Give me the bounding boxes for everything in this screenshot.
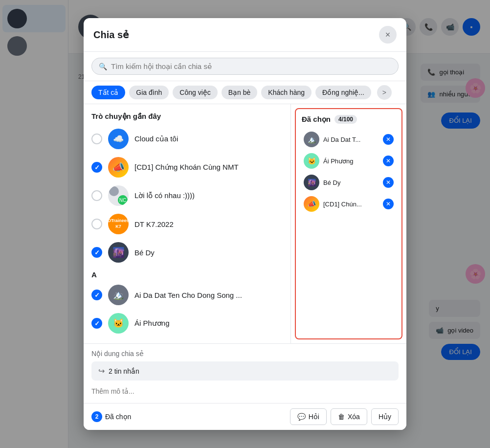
filter-congviec[interactable]: Công việc: [173, 86, 217, 99]
list-item-cloud[interactable]: ☁️ Cloud của tôi: [84, 125, 290, 153]
hoi-icon: 💬: [297, 413, 306, 421]
item-name-dt: DT K7.2022: [134, 220, 174, 228]
modal-overlay[interactable]: Chia sẻ × 🔍 Tất cả Gia đình Công việc Bạ…: [0, 0, 490, 448]
filter-dongnghie[interactable]: Đồng nghiệ...: [315, 86, 371, 99]
hoi-label: Hỏi: [309, 413, 319, 421]
selected-avatar-aidadat: 🏔️: [304, 132, 319, 147]
avatar-bedy: 🌆: [108, 242, 129, 263]
selected-header: Đã chọn 4/100: [302, 115, 396, 124]
avatar-aiphuong: 🐱: [108, 313, 129, 334]
close-button[interactable]: ×: [379, 26, 397, 44]
selected-avatar-aiphuong: 🐱: [304, 153, 319, 169]
radio-bedy: [91, 247, 102, 258]
filter-tatca[interactable]: Tất cả: [91, 86, 125, 99]
item-name-aiphuong: Ái Phương: [134, 319, 170, 328]
list-item-chungkhoan[interactable]: 📣 [CD1] Chứng Khoán Cùng NMT: [84, 153, 290, 181]
share-icon: ↪: [98, 366, 105, 376]
avatar-chungkhoan: 📣: [108, 157, 129, 178]
remove-aidadat-button[interactable]: ✕: [383, 134, 394, 145]
avatar-sub-2: NC: [118, 195, 128, 205]
radio-cloud: [91, 134, 102, 144]
content-label: Nội dung chia sẻ: [91, 350, 399, 358]
selected-title: Đã chọn: [302, 115, 331, 124]
selected-item-aidadat: 🏔️ Ai Da Dat T... ✕: [302, 129, 396, 150]
modal-body: Trò chuyện gần đây ☁️ Cloud của tôi 📣 [C…: [84, 104, 406, 343]
message-count: 2 tin nhắn: [109, 367, 139, 375]
avatar-loico: NC: [108, 185, 129, 206]
remove-chungkhoan-button[interactable]: ✕: [383, 199, 394, 209]
bottom-left: 2 Đã chọn: [91, 411, 131, 422]
description-input[interactable]: [91, 385, 399, 397]
section-a-label: A: [84, 267, 290, 281]
bottom-selected-count: 2: [91, 411, 102, 422]
da-chon-label: Đã chọn: [105, 413, 131, 421]
item-name-bedy: Bé Dy: [134, 248, 155, 257]
list-item-aidadat[interactable]: 🏔️ Ai Da Dat Ten Cho Dong Song ...: [84, 281, 290, 309]
share-modal: Chia sẻ × 🔍 Tất cả Gia đình Công việc Bạ…: [84, 18, 406, 430]
remove-bedy-button[interactable]: ✕: [383, 177, 394, 188]
bottom-right: 💬 Hỏi 🗑 Xóa Hủy: [290, 408, 399, 425]
filter-khachhang[interactable]: Khách hàng: [261, 86, 312, 99]
remove-aiphuong-button[interactable]: ✕: [383, 156, 394, 166]
radio-dt: [91, 219, 102, 229]
item-name-chungkhoan: [CD1] Chứng Khoán Cùng NMT: [134, 163, 239, 172]
selected-count-badge: 4/100: [334, 115, 357, 124]
selected-panel: Đã chọn 4/100 🏔️ Ai Da Dat T... ✕ 🐱 Ái P…: [295, 108, 402, 339]
filter-more-button[interactable]: >: [377, 85, 392, 100]
modal-footer: Nội dung chia sẻ ↪ 2 tin nhắn: [84, 343, 406, 403]
list-item-loico[interactable]: NC Lời lỗ có nhau :)))): [84, 181, 290, 210]
hoi-button[interactable]: 💬 Hỏi: [290, 408, 327, 425]
item-name-aidadat: Ai Da Dat Ten Cho Dong Song ...: [134, 291, 242, 299]
section-recent-label: Trò chuyện gần đây: [84, 110, 290, 125]
filter-banbe[interactable]: Bạn bè: [222, 86, 258, 99]
avatar-dt: DTraineesK7: [108, 214, 129, 234]
search-wrapper: 🔍: [91, 58, 399, 75]
modal-title: Chia sẻ: [93, 29, 129, 41]
modal-search: 🔍: [84, 52, 406, 81]
xoa-label: Xóa: [348, 413, 360, 421]
modal-bottom-bar: 2 Đã chọn 💬 Hỏi 🗑 Xóa Hủy: [84, 403, 406, 430]
selected-name-aidadat: Ai Da Dat T...: [323, 136, 379, 143]
search-icon: 🔍: [99, 63, 107, 70]
avatar-aidadat: 🏔️: [108, 285, 129, 305]
selected-avatar-bedy: 🌆: [304, 175, 319, 190]
filter-tabs: Tất cả Gia đình Công việc Bạn bè Khách h…: [84, 81, 406, 104]
selected-name-chungkhoan: [CD1] Chún...: [323, 201, 379, 208]
selected-name-bedy: Bé Dy: [323, 179, 379, 186]
selected-name-aiphuong: Ái Phương: [323, 157, 379, 165]
search-input[interactable]: [111, 62, 391, 70]
radio-aidadat: [91, 290, 102, 300]
radio-aiphuong: [91, 318, 102, 329]
avatar-sub-1: [109, 186, 119, 196]
selected-item-aiphuong: 🐱 Ái Phương ✕: [302, 150, 396, 172]
filter-giadinh[interactable]: Gia đình: [129, 86, 169, 99]
selected-item-bedy: 🌆 Bé Dy ✕: [302, 172, 396, 193]
modal-header: Chia sẻ ×: [84, 18, 406, 52]
conversation-list: Trò chuyện gần đây ☁️ Cloud của tôi 📣 [C…: [84, 104, 291, 343]
message-preview: ↪ 2 tin nhắn: [91, 361, 399, 381]
huy-button[interactable]: Hủy: [371, 408, 399, 425]
list-item-bedy[interactable]: 🌆 Bé Dy: [84, 238, 290, 267]
selected-item-chungkhoan: 📣 [CD1] Chún... ✕: [302, 193, 396, 215]
radio-chungkhoan: [91, 162, 102, 173]
item-name-cloud: Cloud của tôi: [134, 134, 178, 143]
avatar-cloud: ☁️: [108, 129, 129, 149]
list-item-aiphuong[interactable]: 🐱 Ái Phương: [84, 309, 290, 337]
xoa-button[interactable]: 🗑 Xóa: [331, 408, 367, 425]
item-name-loico: Lời lỗ có nhau :)))): [134, 191, 195, 200]
list-item-dttrainees[interactable]: DTraineesK7 DT K7.2022: [84, 210, 290, 238]
radio-loico: [91, 190, 102, 201]
selected-avatar-chungkhoan: 📣: [304, 196, 319, 212]
xoa-icon: 🗑: [338, 413, 345, 421]
